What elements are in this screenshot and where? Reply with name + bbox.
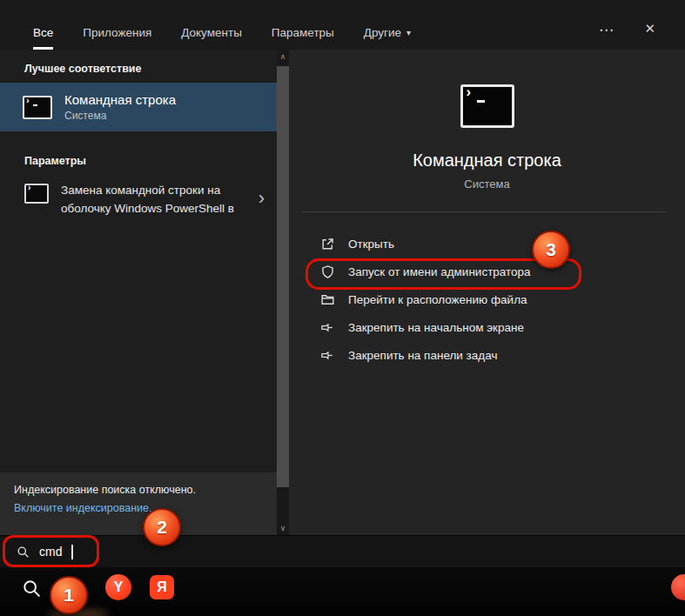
enable-indexing-link[interactable]: Включите индексирование. bbox=[14, 502, 151, 514]
command-prompt-icon bbox=[23, 96, 52, 119]
preview-panel: Командная строка Система Открыть З bbox=[289, 50, 685, 535]
yandex-browser-icon[interactable]: Y bbox=[105, 574, 131, 600]
indexing-status-message: Индексирование поиска отключено. bbox=[14, 484, 263, 496]
action-pin-to-taskbar[interactable]: Закрепить на панели задач bbox=[289, 341, 685, 369]
best-match-header: Лучшее соответствие bbox=[0, 63, 277, 75]
tab-label: Документы bbox=[181, 26, 242, 39]
annotation-outline-search-box bbox=[3, 535, 99, 567]
tab-label: Другие bbox=[364, 26, 401, 39]
yandex-browser-letter: Y bbox=[114, 579, 124, 595]
command-prompt-large-icon bbox=[460, 84, 514, 128]
settings-section-header: Параметры bbox=[0, 155, 277, 167]
settings-result-line2: оболочку Windows PowerShell в bbox=[61, 199, 234, 218]
scrollbar-track[interactable] bbox=[277, 64, 289, 521]
flyout-body: Лучшее соответствие Командная строка Сис… bbox=[0, 50, 685, 535]
search-icon bbox=[22, 579, 42, 599]
yandex-app-letter: Я bbox=[157, 579, 167, 595]
annotation-step-3: 3 bbox=[532, 231, 570, 269]
action-label: Закрепить на начальном экране bbox=[348, 321, 524, 334]
best-match-text: Командная строка Система bbox=[64, 92, 176, 122]
close-button[interactable]: ✕ bbox=[644, 21, 655, 37]
yandex-app-icon[interactable]: Я bbox=[150, 575, 174, 599]
chevron-right-icon: › bbox=[259, 187, 265, 210]
action-label: Открыть bbox=[348, 238, 394, 251]
tab-all[interactable]: Все bbox=[33, 26, 53, 50]
scrollbar-thumb[interactable] bbox=[277, 66, 289, 487]
tab-more[interactable]: Другие ▾ bbox=[364, 26, 411, 50]
preview-divider bbox=[301, 211, 666, 212]
more-options-button[interactable]: ⋯ bbox=[599, 21, 615, 39]
taskbar: Y Я bbox=[0, 567, 685, 616]
settings-result-item[interactable]: Замена командной строки на оболочку Wind… bbox=[0, 177, 277, 221]
best-match-item[interactable]: Командная строка Система bbox=[0, 83, 277, 131]
scroll-down-button[interactable]: ∨ bbox=[277, 521, 289, 535]
screen: Все Приложения Документы Параметры Други… bbox=[0, 0, 685, 616]
action-open[interactable]: Открыть bbox=[289, 230, 685, 258]
open-icon bbox=[320, 237, 335, 251]
tab-label: Приложения bbox=[83, 26, 151, 39]
tab-apps[interactable]: Приложения bbox=[83, 26, 151, 50]
tab-settings[interactable]: Параметры bbox=[272, 26, 334, 50]
annotation-step-2: 2 bbox=[143, 508, 181, 546]
tab-label: Все bbox=[33, 26, 53, 39]
action-pin-to-start[interactable]: Закрепить на начальном экране bbox=[289, 313, 685, 341]
settings-result-line1: Замена командной строки на bbox=[61, 181, 234, 199]
preview-title: Командная строка bbox=[413, 149, 561, 171]
tab-label: Параметры bbox=[272, 26, 334, 39]
tab-documents[interactable]: Документы bbox=[181, 26, 242, 50]
taskbar-search-button[interactable] bbox=[19, 576, 44, 600]
scroll-up-button[interactable]: ∧ bbox=[277, 50, 289, 64]
pin-icon bbox=[320, 320, 335, 335]
annotation-step-1: 1 bbox=[50, 576, 88, 614]
pin-icon bbox=[320, 348, 335, 363]
settings-result-text: Замена командной строки на оболочку Wind… bbox=[61, 181, 234, 218]
preview-subtitle: Система bbox=[464, 177, 509, 191]
indexing-status-strip: Индексирование поиска отключено. Включит… bbox=[0, 472, 277, 535]
taskbar-edge-icon[interactable] bbox=[671, 574, 685, 600]
console-settings-icon bbox=[24, 184, 49, 204]
folder-location-icon bbox=[320, 292, 335, 307]
best-match-title: Командная строка bbox=[64, 92, 176, 107]
results-panel: Лучшее соответствие Командная строка Сис… bbox=[0, 50, 277, 535]
dropdown-arrow-icon: ▾ bbox=[406, 28, 411, 37]
action-label: Перейти к расположению файла bbox=[348, 293, 527, 306]
best-match-subtitle: Система bbox=[64, 110, 176, 122]
results-scrollbar[interactable]: ∧ ∨ bbox=[277, 50, 289, 535]
search-input[interactable]: cmd bbox=[0, 535, 685, 567]
action-label: Закрепить на панели задач bbox=[348, 349, 497, 362]
action-list: Открыть Запуск от имени администратора П… bbox=[289, 230, 685, 369]
search-filter-tabbar: Все Приложения Документы Параметры Други… bbox=[0, 0, 685, 50]
